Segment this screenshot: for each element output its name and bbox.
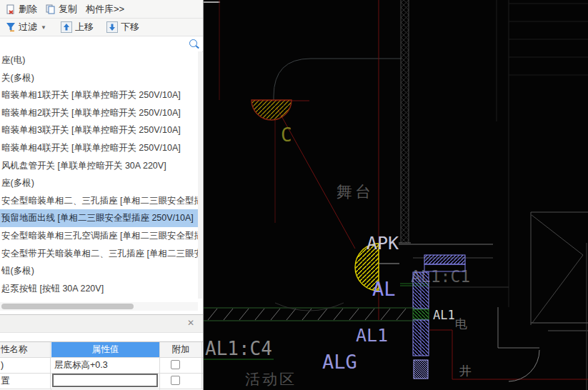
al1c4-label: AL1:C4 — [205, 338, 272, 359]
property-extra — [160, 358, 202, 373]
list-item[interactable]: 座(电) — [0, 51, 198, 69]
property-row: ) 层底标高+0.3 — [0, 358, 203, 374]
app-window: 删除 复制 构件库>> — [0, 0, 588, 390]
delete-icon — [6, 4, 16, 14]
alg-label: ALG — [322, 351, 357, 373]
list-item[interactable]: 风机盘管开关 [单联单控暗开关 30A 220V] — [0, 157, 198, 175]
properties-panel-header: ✕ — [0, 314, 203, 333]
al1-lower-label: AL1 — [356, 325, 388, 346]
list-item[interactable]: 安全型带开关暗装单相二、三孔插座 [单相二三眼安全 — [0, 245, 198, 263]
apk-label: APK — [367, 233, 399, 254]
vertical-scrollbar[interactable] — [198, 51, 202, 299]
component-library-button[interactable]: 构件库>> — [82, 1, 128, 17]
move-up-button[interactable]: 上移 — [57, 19, 97, 35]
component-panel: 删除 复制 构件库>> — [0, 0, 204, 390]
properties-header-row: 性名称 属性值 附加 — [0, 341, 203, 358]
list-item[interactable]: 钮(多根) — [0, 262, 198, 280]
shaft-boxes[interactable] — [413, 309, 429, 379]
header-value[interactable]: 属性值 — [51, 342, 160, 357]
distribution-box-al1c1[interactable]: AL1:C1 — [411, 255, 470, 309]
move-down-button[interactable]: 下移 — [103, 19, 143, 35]
search-bar — [0, 36, 203, 52]
move-down-label: 下移 — [121, 21, 139, 34]
apk-socket-symbol[interactable]: APK AL — [355, 233, 399, 300]
copy-button[interactable]: 复制 — [42, 1, 81, 17]
list-item-selected[interactable]: 预留地面出线 [单相二三眼安全型插座 250V/10A] — [0, 209, 198, 227]
search-icon[interactable] — [189, 39, 197, 47]
shaft-label-bottom: 井 — [459, 364, 472, 378]
activity-area-label: 活动区 — [245, 371, 297, 388]
cad-canvas[interactable]: C 舞台 APK AL AL1:C1 — [204, 0, 588, 390]
filter-label: 过滤 — [19, 21, 37, 34]
attach-checkbox[interactable] — [171, 360, 180, 369]
shaft-label-top: 电 — [455, 316, 467, 331]
attach-checkbox[interactable] — [171, 376, 180, 385]
move-up-label: 上移 — [75, 21, 94, 34]
list-item[interactable]: 安全型暗装单相三孔空调插座 [单相二三眼安全型插座 — [0, 227, 198, 245]
properties-table: 性名称 属性值 附加 ) 层底标高+0.3 置 — [0, 341, 203, 390]
delete-button[interactable]: 删除 — [2, 1, 41, 17]
header-extra: 附加 — [160, 342, 202, 357]
property-row: 置 — [0, 374, 203, 389]
wall-band-hatched — [204, 303, 415, 321]
list-item[interactable]: 座(多根) — [0, 174, 198, 192]
library-label: 构件库>> — [86, 3, 124, 16]
property-name: 置 — [0, 374, 51, 389]
filter-button[interactable]: 过滤 ▼ — [2, 19, 50, 35]
scrollbar-thumb[interactable] — [1, 304, 134, 309]
delete-label: 删除 — [19, 3, 37, 16]
fixture-mark-label: C — [281, 124, 292, 146]
stage-label: 舞台 — [337, 183, 374, 201]
property-value-input[interactable] — [52, 374, 158, 387]
al-label: AL — [372, 278, 396, 300]
search-input[interactable] — [1, 37, 201, 50]
property-value-cell — [51, 374, 160, 389]
property-value[interactable]: 层底标高+0.3 — [51, 358, 160, 373]
move-down-icon — [106, 21, 118, 33]
move-up-icon — [61, 21, 72, 33]
list-item[interactable]: 暗装单相2联开关 [单联单控暗开关 250V/10A] — [0, 104, 198, 122]
right-room-lines — [498, 212, 588, 381]
list-item[interactable]: 暗装单相3联开关 [单联单控暗开关 250V/10A] — [0, 121, 198, 139]
al1-upper-label: AL1 — [433, 308, 455, 322]
list-item[interactable]: 安全型暗装单相二、三孔插座 [单相二三眼安全型插座 — [0, 192, 198, 210]
property-name: ) — [0, 358, 51, 373]
list-item[interactable]: 暗装单相1联开关 [单联单控暗开关 250V/10A] — [0, 86, 198, 104]
column-hatched[interactable] — [399, 0, 411, 243]
list-item[interactable]: 关(多根) — [0, 69, 198, 87]
header-name: 性名称 — [0, 342, 51, 357]
wall-lines — [204, 0, 588, 390]
close-icon[interactable]: ✕ — [187, 318, 194, 328]
filter-icon — [6, 22, 16, 32]
stage-light-symbol[interactable]: C — [251, 100, 292, 146]
list-item[interactable]: 起泵按钮 [按钮 30A 220V] — [0, 280, 198, 298]
property-extra — [160, 374, 202, 389]
list-item[interactable]: 暗装单相4联开关 [单联单控暗开关 250V/10A] — [0, 139, 198, 157]
toolbar-filter: 过滤 ▼ 上移 下移 — [0, 19, 203, 36]
horizontal-scrollbar[interactable] — [0, 302, 198, 311]
copy-icon — [46, 4, 56, 14]
bottom-labels: AL1:C4 AL1 ALG 活动区 — [204, 325, 388, 388]
chevron-down-icon: ▼ — [41, 24, 46, 31]
toolbar-main: 删除 复制 构件库>> — [0, 0, 203, 19]
copy-label: 复制 — [59, 3, 77, 16]
component-list: 座(电)关(多根)暗装单相1联开关 [单联单控暗开关 250V/10A]暗装单相… — [0, 51, 198, 299]
